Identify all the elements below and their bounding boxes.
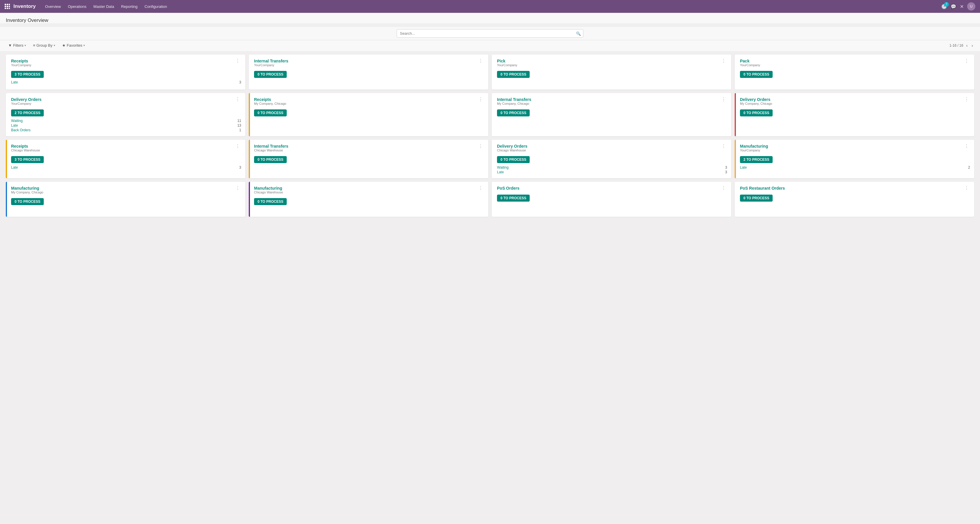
process-button[interactable]: 0 TO PROCESS xyxy=(740,110,773,116)
process-button[interactable]: 0 TO PROCESS xyxy=(254,198,287,205)
card-menu-button[interactable]: ⋮ xyxy=(477,97,484,102)
card-stats: Waiting 3 Late 3 xyxy=(497,166,727,174)
card-subtitle: YourCompany xyxy=(740,63,760,67)
card-item[interactable]: Receipts My Company, Chicago ⋮ 0 TO PROC… xyxy=(249,93,488,136)
card-title-group: Pick YourCompany xyxy=(497,59,517,70)
favorites-button[interactable]: ★ Favorites ▾ xyxy=(60,42,87,49)
card-subtitle: My Company, Chicago xyxy=(497,102,531,105)
process-button[interactable]: 0 TO PROCESS xyxy=(254,156,287,163)
card-header: Internal Transfers Chicago Warehouse ⋮ xyxy=(254,144,484,155)
process-button[interactable]: 0 TO PROCESS xyxy=(254,110,287,116)
card-menu-button[interactable]: ⋮ xyxy=(963,144,970,148)
chat-icon[interactable]: 💬 xyxy=(951,4,956,10)
card-item[interactable]: Delivery Orders My Company, Chicago ⋮ 0 … xyxy=(735,93,974,136)
process-button[interactable]: 0 TO PROCESS xyxy=(497,156,530,163)
clock-icon[interactable]: 🕐 7 xyxy=(941,4,947,10)
card-menu-button[interactable]: ⋮ xyxy=(963,97,970,102)
card-stats: Late 3 xyxy=(11,80,241,84)
card-item[interactable]: Pick YourCompany ⋮ 0 TO PROCESS xyxy=(492,54,731,89)
card-menu-button[interactable]: ⋮ xyxy=(477,59,484,63)
card-title: Delivery Orders xyxy=(11,97,41,102)
card-menu-button[interactable]: ⋮ xyxy=(234,186,241,191)
nav-operations[interactable]: Operations xyxy=(68,5,87,9)
card-title-group: Manufacturing My Company, Chicago xyxy=(11,186,43,197)
process-button[interactable]: 3 TO PROCESS xyxy=(11,156,44,163)
card-menu-button[interactable]: ⋮ xyxy=(720,186,727,191)
nav-reporting[interactable]: Reporting xyxy=(121,5,137,9)
card-title: Pick xyxy=(497,59,517,63)
nav-master-data[interactable]: Master Data xyxy=(93,5,114,9)
card-menu-button[interactable]: ⋮ xyxy=(234,59,241,63)
stat-label: Late xyxy=(11,166,18,169)
process-button[interactable]: 0 TO PROCESS xyxy=(740,71,773,78)
card-title-group: Pack YourCompany xyxy=(740,59,760,70)
card-menu-button[interactable]: ⋮ xyxy=(234,144,241,148)
stat-label: Waiting xyxy=(497,166,509,169)
svg-rect-8 xyxy=(9,8,10,9)
filters-button[interactable]: ▼ Filters ▾ xyxy=(6,42,28,49)
card-menu-button[interactable]: ⋮ xyxy=(720,59,727,63)
pagination-next[interactable]: › xyxy=(970,43,974,48)
card-header: Delivery Orders YourCompany ⋮ xyxy=(11,97,241,108)
card-header: Receipts Chicago Warehouse ⋮ xyxy=(11,144,241,155)
card-header: Manufacturing YourCompany ⋮ xyxy=(740,144,970,155)
card-header: PoS Restaurant Orders ⋮ xyxy=(740,186,970,193)
card-subtitle: YourCompany xyxy=(740,148,768,152)
card-menu-button[interactable]: ⋮ xyxy=(477,186,484,191)
card-title-group: Delivery Orders My Company, Chicago xyxy=(740,97,772,108)
card-item[interactable]: Receipts YourCompany ⋮ 3 TO PROCESS Late… xyxy=(6,54,245,89)
card-item[interactable]: Pack YourCompany ⋮ 0 TO PROCESS xyxy=(735,54,974,89)
card-title-group: Receipts YourCompany xyxy=(11,59,31,70)
stat-value: 3 xyxy=(725,170,727,174)
nav-overview[interactable]: Overview xyxy=(45,5,61,9)
card-subtitle: YourCompany xyxy=(11,102,41,105)
card-item[interactable]: Internal Transfers Chicago Warehouse ⋮ 0… xyxy=(249,140,488,178)
process-button[interactable]: 0 TO PROCESS xyxy=(497,110,530,116)
card-item[interactable]: Receipts Chicago Warehouse ⋮ 3 TO PROCES… xyxy=(6,140,245,178)
card-item[interactable]: Manufacturing My Company, Chicago ⋮ 0 TO… xyxy=(6,182,245,217)
card-menu-button[interactable]: ⋮ xyxy=(477,144,484,148)
card-header: Internal Transfers My Company, Chicago ⋮ xyxy=(497,97,727,108)
card-menu-button[interactable]: ⋮ xyxy=(234,97,241,102)
stat-value: 3 xyxy=(239,166,241,169)
card-subtitle: Chicago Warehouse xyxy=(11,148,40,152)
user-avatar[interactable]: U xyxy=(967,2,975,11)
card-item[interactable]: PoS Orders ⋮ 0 TO PROCESS xyxy=(492,182,731,217)
process-button[interactable]: 0 TO PROCESS xyxy=(740,194,773,202)
nav-configuration[interactable]: Configuration xyxy=(145,5,167,9)
card-item[interactable]: PoS Restaurant Orders ⋮ 0 TO PROCESS xyxy=(735,182,974,217)
process-button[interactable]: 0 TO PROCESS xyxy=(11,198,44,205)
svg-rect-4 xyxy=(7,6,8,7)
card-stat-row: Waiting 11 xyxy=(11,119,241,123)
card-subtitle: YourCompany xyxy=(497,63,517,67)
card-item[interactable]: Manufacturing Chicago Warehouse ⋮ 0 TO P… xyxy=(249,182,488,217)
filters-label: Filters xyxy=(13,43,23,48)
apps-grid-icon[interactable] xyxy=(5,4,10,9)
card-menu-button[interactable]: ⋮ xyxy=(720,144,727,148)
close-icon[interactable]: ✕ xyxy=(960,4,964,10)
process-button[interactable]: 0 TO PROCESS xyxy=(254,71,287,78)
card-item[interactable]: Delivery Orders YourCompany ⋮ 2 TO PROCE… xyxy=(6,93,245,136)
card-item[interactable]: Internal Transfers YourCompany ⋮ 0 TO PR… xyxy=(249,54,488,89)
search-button[interactable]: 🔍 xyxy=(576,31,581,36)
stat-value: 1 xyxy=(239,128,241,132)
process-button[interactable]: 2 TO PROCESS xyxy=(11,110,44,116)
process-button[interactable]: 0 TO PROCESS xyxy=(497,71,530,78)
card-title-group: Manufacturing YourCompany xyxy=(740,144,768,155)
card-item[interactable]: Delivery Orders Chicago Warehouse ⋮ 0 TO… xyxy=(492,140,731,178)
group-by-button[interactable]: ≡ Group By ▾ xyxy=(30,42,57,49)
stat-value: 2 xyxy=(968,166,970,169)
pagination-text: 1-16 / 16 xyxy=(950,43,963,48)
cards-container: Receipts YourCompany ⋮ 3 TO PROCESS Late… xyxy=(0,51,980,220)
card-title-group: PoS Restaurant Orders xyxy=(740,186,785,193)
card-item[interactable]: Internal Transfers My Company, Chicago ⋮… xyxy=(492,93,731,136)
pagination-prev[interactable]: ‹ xyxy=(965,43,969,48)
card-menu-button[interactable]: ⋮ xyxy=(720,97,727,102)
card-menu-button[interactable]: ⋮ xyxy=(963,186,970,191)
card-menu-button[interactable]: ⋮ xyxy=(963,59,970,63)
process-button[interactable]: 2 TO PROCESS xyxy=(740,156,773,163)
search-input[interactable] xyxy=(397,29,583,38)
process-button[interactable]: 3 TO PROCESS xyxy=(11,71,44,78)
card-item[interactable]: Manufacturing YourCompany ⋮ 2 TO PROCESS… xyxy=(735,140,974,178)
process-button[interactable]: 0 TO PROCESS xyxy=(497,194,530,202)
